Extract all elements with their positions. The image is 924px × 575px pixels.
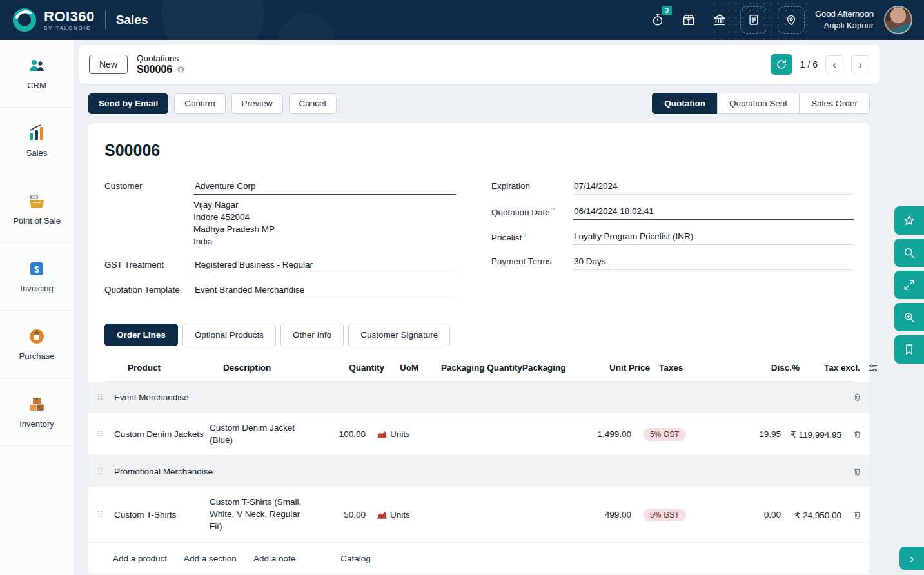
status-quotation-sent[interactable]: Quotation Sent xyxy=(717,93,800,114)
product-name[interactable]: Custom T-Shirts xyxy=(112,509,207,521)
inventory-icon xyxy=(28,395,46,413)
uom-value[interactable]: Units xyxy=(390,429,410,439)
col-packaging[interactable]: Packaging xyxy=(522,363,582,373)
pricelist-input[interactable]: Loyalty Program Pricelist (INR) xyxy=(573,229,854,245)
tab-order-lines[interactable]: Order Lines xyxy=(104,324,178,346)
help-icon: ? xyxy=(551,206,555,213)
forecast-chart-icon[interactable] xyxy=(377,511,387,519)
pager-count: 1 / 6 xyxy=(800,59,818,70)
location-shortcut-button[interactable] xyxy=(778,6,805,34)
new-button[interactable]: New xyxy=(89,55,128,74)
payment-terms-label: Payment Terms xyxy=(491,255,573,270)
favorite-star-button[interactable] xyxy=(894,206,924,235)
gst-treatment-input[interactable]: Registered Business - Regular xyxy=(193,258,456,273)
zoom-in-button[interactable] xyxy=(894,303,924,331)
section-name[interactable]: Event Merchandise xyxy=(112,391,844,404)
gear-icon[interactable]: ⚙ xyxy=(177,65,185,74)
sidebar-item-sales[interactable]: Sales xyxy=(0,108,74,175)
user-avatar[interactable] xyxy=(884,6,912,34)
col-disc[interactable]: Disc.% xyxy=(731,363,800,373)
add-product-link[interactable]: Add a product xyxy=(113,554,167,563)
sidebar-item-inventory[interactable]: Inventory xyxy=(0,378,74,446)
product-description[interactable]: Custom Denim Jacket (Blue) xyxy=(207,421,309,448)
quantity-value[interactable]: 50.00 xyxy=(309,509,368,521)
refresh-button[interactable] xyxy=(771,54,792,75)
send-by-email-button[interactable]: Send by Email xyxy=(88,93,168,114)
forecast-chart-icon[interactable] xyxy=(377,430,387,438)
col-taxes[interactable]: Taxes xyxy=(650,363,731,373)
sidebar-label-sales: Sales xyxy=(26,148,48,158)
discount-value[interactable]: 19.95 xyxy=(715,428,783,440)
preview-button[interactable]: Preview xyxy=(231,93,283,114)
col-description[interactable]: Description xyxy=(223,363,325,373)
delete-row-icon[interactable] xyxy=(851,391,863,404)
tab-optional-products[interactable]: Optional Products xyxy=(182,324,276,346)
drag-handle-icon[interactable]: ⠿ xyxy=(88,509,112,521)
payment-terms-input[interactable]: 30 Days xyxy=(573,255,854,270)
col-unit-price[interactable]: Unit Price xyxy=(582,363,650,373)
status-sales-order[interactable]: Sales Order xyxy=(799,93,870,114)
status-quotation[interactable]: Quotation xyxy=(652,93,718,114)
delete-row-icon[interactable] xyxy=(851,509,863,521)
delete-row-icon[interactable] xyxy=(851,428,863,441)
order-line-section-row[interactable]: ⠿ Event Merchandise xyxy=(88,382,870,413)
quantity-value[interactable]: 100.00 xyxy=(309,428,368,440)
add-note-link[interactable]: Add a note xyxy=(253,554,295,563)
bookmark-button[interactable] xyxy=(894,335,924,364)
col-quantity[interactable]: Quantity xyxy=(325,363,384,373)
tax-tag[interactable]: 5% GST xyxy=(643,509,686,521)
catalog-link[interactable]: Catalog xyxy=(340,554,371,563)
col-product[interactable]: Product xyxy=(128,363,223,373)
drag-handle-icon[interactable]: ⠿ xyxy=(88,465,112,478)
confirm-button[interactable]: Confirm xyxy=(174,93,225,114)
search-tool-button[interactable] xyxy=(894,239,924,267)
customer-input[interactable]: Adventure Corp xyxy=(193,179,456,195)
pager-previous-button[interactable]: ‹ xyxy=(825,55,843,73)
delete-row-icon[interactable] xyxy=(851,465,863,478)
customer-address: Vijay Nagar Indore 452004 Madhya Pradesh… xyxy=(193,199,456,248)
activities-timer-button[interactable]: 3 xyxy=(647,10,668,30)
packaging-quantity-value[interactable] xyxy=(421,514,506,516)
notes-shortcut-button[interactable] xyxy=(740,6,767,34)
tab-other-info[interactable]: Other Info xyxy=(280,324,344,346)
order-line-section-row[interactable]: ⠿ Promotional Merchandise xyxy=(88,456,870,487)
tab-customer-signature[interactable]: Customer Signature xyxy=(348,324,450,346)
pager-next-button[interactable]: › xyxy=(851,55,869,73)
field-quotation-date: Quotation Date? 06/14/2024 18:02:41 xyxy=(491,204,854,220)
sidebar-item-invoicing[interactable]: $ Invoicing xyxy=(0,243,74,311)
company-bank-button[interactable] xyxy=(709,10,730,30)
uom-value[interactable]: Units xyxy=(390,510,410,520)
order-line-product-row[interactable]: ⠿ Custom T-Shirts Custom T-Shirts (Small… xyxy=(88,487,870,543)
sidebar-item-crm[interactable]: CRM xyxy=(0,40,74,108)
apps-package-button[interactable] xyxy=(678,10,699,30)
section-name[interactable]: Promotional Merchandise xyxy=(112,465,844,478)
expiration-input[interactable]: 07/14/2024 xyxy=(573,179,854,195)
packaging-value[interactable] xyxy=(506,433,565,436)
col-tax-excl[interactable]: Tax excl. xyxy=(800,363,860,373)
cancel-button[interactable]: Cancel xyxy=(289,93,337,114)
sidebar-item-point-of-sale[interactable]: Point of Sale xyxy=(0,175,74,243)
order-line-product-row[interactable]: ⠿ Custom Denim Jackets Custom Denim Jack… xyxy=(88,413,870,456)
sidebar-item-purchase[interactable]: Purchase xyxy=(0,311,74,378)
tax-tag[interactable]: 5% GST xyxy=(643,428,686,441)
col-packaging-quantity[interactable]: Packaging Quantity xyxy=(437,363,522,373)
packaging-quantity-value[interactable] xyxy=(421,433,506,436)
quotation-template-input[interactable]: Event Branded Merchandise xyxy=(193,283,456,298)
drag-handle-icon[interactable]: ⠿ xyxy=(88,391,112,404)
product-description[interactable]: Custom T-Shirts (Small, White, V Neck, R… xyxy=(207,495,309,534)
collapse-panel-button[interactable]: › xyxy=(899,547,924,570)
discount-value[interactable]: 0.00 xyxy=(715,509,783,521)
col-uom[interactable]: UoM xyxy=(384,363,437,373)
fullscreen-button[interactable] xyxy=(894,271,924,299)
unit-price-value[interactable]: 1,499.00 xyxy=(565,428,634,440)
add-section-link[interactable]: Add a section xyxy=(184,554,237,563)
unit-price-value[interactable]: 499.00 xyxy=(565,509,634,521)
brand-logo[interactable]: ROI360 BY TALONOID xyxy=(12,7,95,33)
optional-columns-icon[interactable] xyxy=(867,362,880,375)
breadcrumb-parent[interactable]: Quotations xyxy=(137,54,185,63)
quotation-date-input[interactable]: 06/14/2024 18:02:41 xyxy=(573,204,854,220)
drag-handle-icon[interactable]: ⠿ xyxy=(88,428,112,440)
product-name[interactable]: Custom Denim Jackets xyxy=(112,428,207,440)
packaging-value[interactable] xyxy=(506,514,565,516)
chevron-right-icon: › xyxy=(910,551,914,566)
